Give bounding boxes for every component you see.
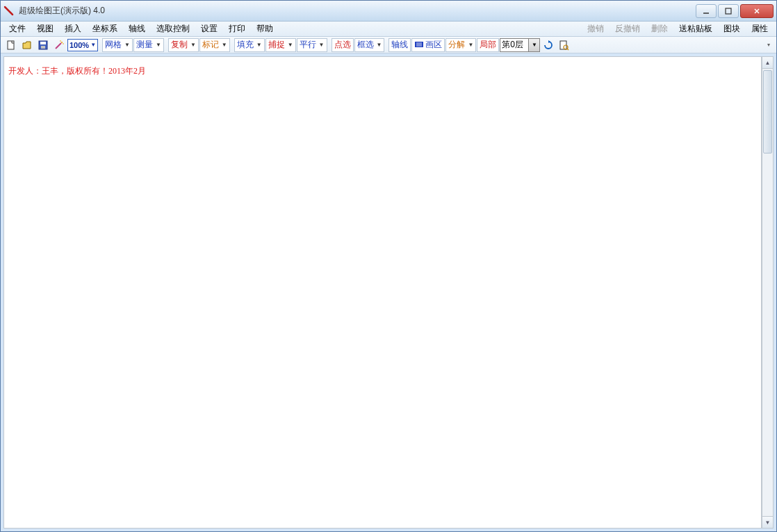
menu-properties[interactable]: 属性: [746, 21, 774, 37]
tool-snap[interactable]: 捕捉 ▼: [265, 38, 296, 52]
menu-insert[interactable]: 插入: [59, 21, 87, 37]
region-icon: [414, 39, 424, 51]
tool-parallel[interactable]: 平行 ▼: [297, 38, 327, 52]
zoom-level[interactable]: 100% ▼: [67, 39, 98, 51]
menu-axis[interactable]: 轴线: [123, 21, 151, 37]
tool-measure[interactable]: 测量 ▼: [133, 38, 164, 52]
chevron-down-icon: ▼: [90, 42, 96, 48]
chevron-down-icon: ▼: [124, 42, 130, 48]
menu-block[interactable]: 图块: [718, 21, 746, 37]
new-file-button[interactable]: [3, 38, 19, 52]
menu-help[interactable]: 帮助: [251, 21, 279, 37]
menu-coord[interactable]: 坐标系: [87, 21, 123, 37]
svg-line-20: [567, 49, 569, 50]
tool-local[interactable]: 局部: [477, 38, 499, 52]
menu-settings[interactable]: 设置: [195, 21, 223, 37]
chevron-down-icon: ▼: [468, 42, 473, 48]
tool-axis[interactable]: 轴线: [388, 38, 411, 52]
scroll-thumb[interactable]: [763, 70, 772, 153]
zoom-value: 100%: [69, 41, 89, 49]
tool-snap-label: 捕捉: [268, 39, 285, 51]
chevron-down-icon: ▼: [528, 39, 539, 51]
app-icon: [3, 6, 15, 17]
tool-axis-label: 轴线: [391, 39, 408, 51]
menubar: 文件 视图 插入 坐标系 轴线 选取控制 设置 打印 帮助 撤销 反撤销 删除 …: [1, 22, 776, 37]
menu-send-clipboard[interactable]: 送粘贴板: [673, 21, 718, 37]
tool-measure-label: 测量: [136, 39, 153, 51]
tool-explode-label: 分解: [448, 39, 465, 51]
svg-point-12: [63, 43, 64, 44]
svg-line-0: [5, 7, 13, 15]
svg-point-10: [61, 42, 63, 43]
vertical-scrollbar: ▲ ▼: [762, 56, 774, 529]
tool-copy[interactable]: 复制 ▼: [168, 38, 199, 52]
save-button[interactable]: [35, 38, 51, 52]
maximize-button[interactable]: [718, 4, 739, 18]
tool-point-select[interactable]: 点选: [332, 38, 354, 52]
tool-fill[interactable]: 填充 ▼: [234, 38, 265, 52]
chevron-down-icon: ▼: [288, 42, 293, 48]
menu-file[interactable]: 文件: [3, 21, 31, 37]
menu-redo[interactable]: 反撤销: [610, 21, 646, 37]
menu-delete[interactable]: 删除: [646, 21, 673, 37]
tool-local-label: 局部: [480, 39, 496, 51]
magic-button[interactable]: [51, 38, 67, 52]
menu-print[interactable]: 打印: [223, 21, 251, 37]
tool-fill-label: 填充: [237, 39, 254, 51]
minimize-button[interactable]: [696, 4, 717, 18]
preview-button[interactable]: [557, 38, 572, 52]
toolbar-overflow[interactable]: ▾: [764, 38, 774, 52]
svg-rect-8: [41, 46, 45, 49]
close-button[interactable]: [740, 4, 774, 18]
copyright-notice: 开发人：王丰，版权所有！2013年2月: [8, 65, 146, 77]
chevron-down-icon: ▼: [319, 42, 325, 48]
menubar-left: 文件 视图 插入 坐标系 轴线 选取控制 设置 打印 帮助: [3, 21, 279, 37]
toolbar: 100% ▼ 网格 ▼ 测量 ▼ 复制 ▼ 标记 ▼ 填充 ▼ 捕捉 ▼ 平行 …: [1, 37, 776, 53]
scroll-down-button[interactable]: ▼: [762, 516, 773, 528]
workspace: 开发人：王丰，版权所有！2013年2月 ▲ ▼: [1, 53, 776, 531]
tool-point-select-label: 点选: [334, 39, 351, 51]
tool-parallel-label: 平行: [300, 39, 316, 51]
tool-grid[interactable]: 网格 ▼: [102, 38, 133, 52]
menu-view[interactable]: 视图: [31, 21, 59, 37]
chevron-down-icon: ▼: [377, 42, 382, 48]
layer-select[interactable]: 第0层 ▼: [500, 38, 540, 52]
open-file-button[interactable]: [19, 38, 35, 52]
svg-rect-7: [40, 42, 46, 44]
chevron-down-icon: ▼: [222, 42, 227, 48]
tool-mark[interactable]: 标记 ▼: [199, 38, 230, 52]
chevron-down-icon: ▼: [156, 42, 161, 48]
tool-explode[interactable]: 分解 ▼: [445, 38, 476, 52]
tool-box-select[interactable]: 框选 ▼: [354, 38, 385, 52]
window-controls: [696, 4, 774, 18]
menu-undo[interactable]: 撤销: [582, 21, 610, 37]
menu-select-control[interactable]: 选取控制: [151, 21, 195, 37]
tool-box-select-label: 框选: [357, 39, 374, 51]
canvas[interactable]: 开发人：王丰，版权所有！2013年2月: [3, 56, 762, 529]
svg-point-11: [60, 40, 61, 42]
scroll-up-button[interactable]: ▲: [762, 57, 773, 69]
chevron-down-icon: ▼: [256, 42, 262, 48]
svg-rect-2: [726, 8, 731, 14]
layer-value: 第0层: [502, 39, 523, 51]
scroll-track[interactable]: [762, 69, 773, 516]
tool-grid-label: 网格: [105, 39, 122, 51]
chevron-down-icon: ▼: [190, 42, 196, 48]
svg-line-9: [56, 43, 61, 49]
tool-region[interactable]: 画区: [411, 38, 445, 52]
refresh-button[interactable]: [541, 38, 556, 52]
tool-copy-label: 复制: [171, 39, 188, 51]
svg-rect-5: [8, 41, 14, 49]
tool-mark-label: 标记: [202, 39, 219, 51]
window-title: 超级绘图王(演示版) 4.0: [19, 5, 696, 17]
tool-region-label: 画区: [425, 39, 442, 51]
titlebar: 超级绘图王(演示版) 4.0: [1, 1, 776, 22]
menubar-right: 撤销 反撤销 删除 送粘贴板 图块 属性: [582, 21, 774, 37]
